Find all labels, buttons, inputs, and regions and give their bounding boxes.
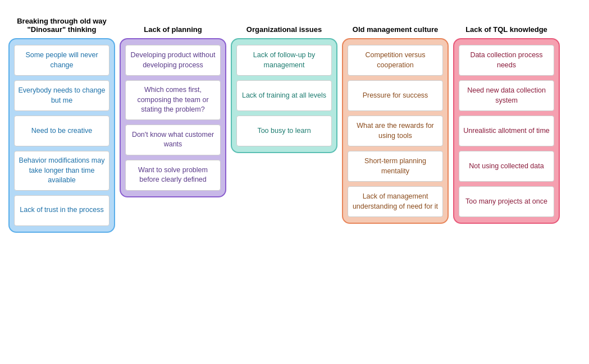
card-1-0: Developing product without developing pr… bbox=[125, 45, 221, 76]
card-3-2: What are the rewards for using tools bbox=[348, 116, 443, 146]
column-header-1: Lack of planning bbox=[141, 8, 204, 34]
column-header-3: Old management culture bbox=[350, 8, 440, 34]
card-4-4: Too many projects at once bbox=[459, 186, 554, 217]
card-1-1: Which comes first, composing the team or… bbox=[125, 80, 221, 120]
card-3-0: Competition versus cooperation bbox=[348, 45, 443, 76]
card-1-2: Don't know what customer wants bbox=[125, 125, 221, 155]
card-2-1: Lack of training at all levels bbox=[236, 80, 332, 111]
column-body-1: Developing product without developing pr… bbox=[120, 38, 226, 197]
column-header-2: Organizational issues bbox=[244, 8, 324, 34]
card-4-3: Not using collected data bbox=[459, 151, 554, 182]
card-0-0: Some people will never change bbox=[14, 45, 109, 76]
column-col-pink: Lack of TQL knowledgeData collection pro… bbox=[453, 8, 560, 224]
column-header-0: Breaking through old way "Dinosaur" thin… bbox=[8, 8, 115, 34]
card-4-0: Data collection process needs bbox=[459, 45, 554, 76]
board: Breaking through old way "Dinosaur" thin… bbox=[6, 6, 583, 236]
card-0-3: Behavior modifications may take longer t… bbox=[14, 151, 109, 191]
card-0-2: Need to be creative bbox=[14, 116, 109, 146]
column-body-3: Competition versus cooperationPressure f… bbox=[342, 38, 449, 224]
column-col-peach: Old management cultureCompetition versus… bbox=[342, 8, 449, 224]
column-body-4: Data collection process needsNeed new da… bbox=[453, 38, 560, 224]
card-0-4: Lack of trust in the process bbox=[14, 195, 109, 226]
card-4-2: Unrealistic allotment of time bbox=[459, 116, 554, 146]
column-col-purple: Lack of planningDeveloping product witho… bbox=[120, 8, 226, 197]
card-3-4: Lack of management understanding of need… bbox=[348, 186, 443, 217]
card-2-2: Too busy to learn bbox=[236, 116, 332, 146]
card-4-1: Need new data collection system bbox=[459, 80, 554, 111]
column-body-0: Some people will never changeEverybody n… bbox=[8, 38, 115, 233]
column-body-2: Lack of follow-up by managementLack of t… bbox=[231, 38, 337, 153]
card-3-1: Pressure for success bbox=[348, 80, 443, 111]
card-3-3: Short-term planning mentality bbox=[348, 151, 443, 182]
column-header-4: Lack of TQL knowledge bbox=[463, 8, 550, 34]
column-col-blue: Breaking through old way "Dinosaur" thin… bbox=[8, 8, 115, 233]
card-2-0: Lack of follow-up by management bbox=[236, 45, 332, 76]
card-0-1: Everybody needs to change but me bbox=[14, 80, 109, 111]
column-col-teal: Organizational issuesLack of follow-up b… bbox=[231, 8, 337, 153]
card-1-3: Want to solve problem before clearly def… bbox=[125, 160, 221, 191]
